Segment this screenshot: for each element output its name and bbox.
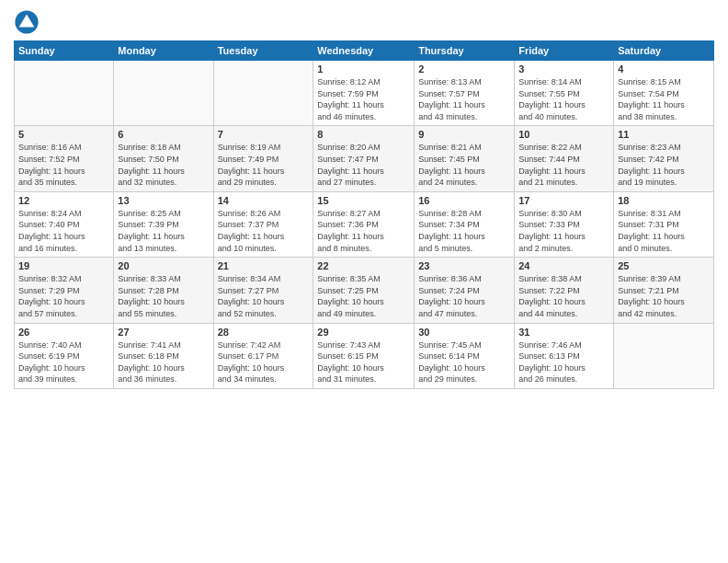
day-info: Sunrise: 8:31 AM Sunset: 7:31 PM Dayligh…: [618, 208, 710, 254]
day-info: Sunrise: 8:25 AM Sunset: 7:39 PM Dayligh…: [118, 208, 209, 254]
day-info: Sunrise: 8:19 AM Sunset: 7:49 PM Dayligh…: [218, 142, 310, 188]
calendar-cell: [213, 61, 313, 126]
day-info: Sunrise: 8:27 AM Sunset: 7:36 PM Dayligh…: [317, 208, 410, 254]
calendar-cell: 14Sunrise: 8:26 AM Sunset: 7:37 PM Dayli…: [213, 191, 313, 257]
calendar-cell: 11Sunrise: 8:23 AM Sunset: 7:42 PM Dayli…: [614, 126, 714, 191]
calendar-cell: 20Sunrise: 8:33 AM Sunset: 7:28 PM Dayli…: [114, 258, 213, 323]
weekday-row: SundayMondayTuesdayWednesdayThursdayFrid…: [15, 41, 714, 61]
calendar-cell: 16Sunrise: 8:28 AM Sunset: 7:34 PM Dayli…: [415, 191, 515, 257]
calendar-cell: 26Sunrise: 7:40 AM Sunset: 6:19 PM Dayli…: [15, 323, 114, 388]
day-info: Sunrise: 7:45 AM Sunset: 6:14 PM Dayligh…: [418, 339, 510, 385]
day-number: 9: [418, 129, 510, 140]
day-number: 2: [418, 63, 510, 75]
day-info: Sunrise: 8:26 AM Sunset: 7:37 PM Dayligh…: [218, 208, 310, 254]
header: [14, 9, 714, 35]
weekday-friday: Friday: [515, 41, 614, 61]
calendar-cell: 21Sunrise: 8:34 AM Sunset: 7:27 PM Dayli…: [213, 258, 313, 323]
calendar-cell: 23Sunrise: 8:36 AM Sunset: 7:24 PM Dayli…: [415, 258, 515, 323]
calendar-cell: 7Sunrise: 8:19 AM Sunset: 7:49 PM Daylig…: [213, 126, 313, 191]
day-number: 4: [618, 63, 710, 75]
day-info: Sunrise: 8:21 AM Sunset: 7:45 PM Dayligh…: [418, 142, 510, 188]
calendar-cell: 12Sunrise: 8:24 AM Sunset: 7:40 PM Dayli…: [15, 191, 114, 257]
day-number: 1: [317, 63, 410, 75]
day-info: Sunrise: 8:36 AM Sunset: 7:24 PM Dayligh…: [418, 273, 510, 319]
day-info: Sunrise: 8:35 AM Sunset: 7:25 PM Dayligh…: [317, 273, 410, 319]
day-info: Sunrise: 8:20 AM Sunset: 7:47 PM Dayligh…: [317, 142, 410, 188]
day-number: 16: [418, 195, 510, 206]
day-info: Sunrise: 8:15 AM Sunset: 7:54 PM Dayligh…: [618, 76, 710, 122]
day-number: 11: [618, 129, 710, 140]
calendar-cell: 18Sunrise: 8:31 AM Sunset: 7:31 PM Dayli…: [614, 191, 714, 257]
day-number: 22: [317, 260, 410, 271]
day-info: Sunrise: 8:30 AM Sunset: 7:33 PM Dayligh…: [518, 208, 609, 254]
calendar-header: SundayMondayTuesdayWednesdayThursdayFrid…: [15, 41, 714, 61]
day-number: 6: [118, 129, 209, 140]
calendar-cell: [614, 323, 714, 388]
calendar-cell: 31Sunrise: 7:46 AM Sunset: 6:13 PM Dayli…: [515, 323, 614, 388]
day-info: Sunrise: 8:22 AM Sunset: 7:44 PM Dayligh…: [518, 142, 609, 188]
day-number: 3: [518, 63, 609, 75]
weekday-wednesday: Wednesday: [313, 41, 415, 61]
calendar-cell: 8Sunrise: 8:20 AM Sunset: 7:47 PM Daylig…: [313, 126, 415, 191]
day-number: 14: [218, 195, 310, 206]
day-info: Sunrise: 8:16 AM Sunset: 7:52 PM Dayligh…: [18, 142, 109, 188]
day-number: 20: [118, 260, 209, 271]
weekday-saturday: Saturday: [614, 41, 714, 61]
day-number: 25: [618, 260, 710, 271]
day-info: Sunrise: 7:40 AM Sunset: 6:19 PM Dayligh…: [18, 339, 109, 385]
day-number: 21: [218, 260, 310, 271]
day-info: Sunrise: 8:14 AM Sunset: 7:55 PM Dayligh…: [518, 76, 609, 122]
day-number: 12: [18, 195, 109, 206]
calendar-cell: 9Sunrise: 8:21 AM Sunset: 7:45 PM Daylig…: [415, 126, 515, 191]
calendar-cell: 28Sunrise: 7:42 AM Sunset: 6:17 PM Dayli…: [213, 323, 313, 388]
calendar-cell: 22Sunrise: 8:35 AM Sunset: 7:25 PM Dayli…: [313, 258, 415, 323]
day-number: 17: [518, 195, 609, 206]
day-info: Sunrise: 8:38 AM Sunset: 7:22 PM Dayligh…: [518, 273, 609, 319]
calendar-cell: 1Sunrise: 8:12 AM Sunset: 7:59 PM Daylig…: [313, 61, 415, 126]
weekday-monday: Monday: [114, 41, 213, 61]
day-number: 13: [118, 195, 209, 206]
page: SundayMondayTuesdayWednesdayThursdayFrid…: [0, 0, 728, 563]
day-number: 5: [18, 129, 109, 140]
day-info: Sunrise: 8:12 AM Sunset: 7:59 PM Dayligh…: [317, 76, 410, 122]
weekday-thursday: Thursday: [415, 41, 515, 61]
day-info: Sunrise: 8:23 AM Sunset: 7:42 PM Dayligh…: [618, 142, 710, 188]
calendar-cell: 24Sunrise: 8:38 AM Sunset: 7:22 PM Dayli…: [515, 258, 614, 323]
day-info: Sunrise: 7:43 AM Sunset: 6:15 PM Dayligh…: [317, 339, 410, 385]
day-info: Sunrise: 8:39 AM Sunset: 7:21 PM Dayligh…: [618, 273, 710, 319]
calendar-cell: 27Sunrise: 7:41 AM Sunset: 6:18 PM Dayli…: [114, 323, 213, 388]
day-info: Sunrise: 8:24 AM Sunset: 7:40 PM Dayligh…: [18, 208, 109, 254]
day-number: 31: [518, 327, 609, 338]
calendar-cell: 19Sunrise: 8:32 AM Sunset: 7:29 PM Dayli…: [15, 258, 114, 323]
day-number: 18: [618, 195, 710, 206]
calendar-cell: 17Sunrise: 8:30 AM Sunset: 7:33 PM Dayli…: [515, 191, 614, 257]
calendar-cell: 5Sunrise: 8:16 AM Sunset: 7:52 PM Daylig…: [15, 126, 114, 191]
day-info: Sunrise: 8:32 AM Sunset: 7:29 PM Dayligh…: [18, 273, 109, 319]
calendar-cell: 3Sunrise: 8:14 AM Sunset: 7:55 PM Daylig…: [515, 61, 614, 126]
calendar-cell: 6Sunrise: 8:18 AM Sunset: 7:50 PM Daylig…: [114, 126, 213, 191]
calendar-cell: [114, 61, 213, 126]
day-info: Sunrise: 8:28 AM Sunset: 7:34 PM Dayligh…: [418, 208, 510, 254]
logo: [14, 9, 43, 35]
day-info: Sunrise: 8:13 AM Sunset: 7:57 PM Dayligh…: [418, 76, 510, 122]
day-number: 30: [418, 327, 510, 338]
week-row-5: 26Sunrise: 7:40 AM Sunset: 6:19 PM Dayli…: [15, 323, 714, 388]
day-info: Sunrise: 8:33 AM Sunset: 7:28 PM Dayligh…: [118, 273, 209, 319]
week-row-2: 5Sunrise: 8:16 AM Sunset: 7:52 PM Daylig…: [15, 126, 714, 191]
weekday-sunday: Sunday: [15, 41, 114, 61]
calendar-body: 1Sunrise: 8:12 AM Sunset: 7:59 PM Daylig…: [15, 61, 714, 389]
calendar-cell: 4Sunrise: 8:15 AM Sunset: 7:54 PM Daylig…: [614, 61, 714, 126]
day-number: 26: [18, 327, 109, 338]
logo-icon: [14, 9, 40, 35]
week-row-4: 19Sunrise: 8:32 AM Sunset: 7:29 PM Dayli…: [15, 258, 714, 323]
calendar-cell: 13Sunrise: 8:25 AM Sunset: 7:39 PM Dayli…: [114, 191, 213, 257]
calendar-cell: 29Sunrise: 7:43 AM Sunset: 6:15 PM Dayli…: [313, 323, 415, 388]
day-info: Sunrise: 7:41 AM Sunset: 6:18 PM Dayligh…: [118, 339, 209, 385]
day-number: 19: [18, 260, 109, 271]
calendar-cell: 2Sunrise: 8:13 AM Sunset: 7:57 PM Daylig…: [415, 61, 515, 126]
calendar-cell: 10Sunrise: 8:22 AM Sunset: 7:44 PM Dayli…: [515, 126, 614, 191]
week-row-1: 1Sunrise: 8:12 AM Sunset: 7:59 PM Daylig…: [15, 61, 714, 126]
day-number: 10: [518, 129, 609, 140]
day-info: Sunrise: 7:42 AM Sunset: 6:17 PM Dayligh…: [218, 339, 310, 385]
day-info: Sunrise: 8:34 AM Sunset: 7:27 PM Dayligh…: [218, 273, 310, 319]
